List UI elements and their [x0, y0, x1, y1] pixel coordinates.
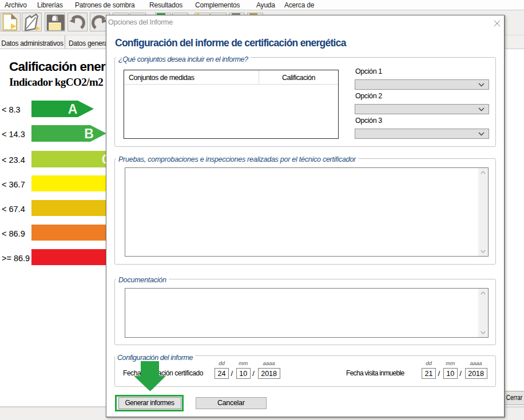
svg-text:B: B [84, 126, 94, 141]
svg-text:A: A [68, 102, 78, 117]
